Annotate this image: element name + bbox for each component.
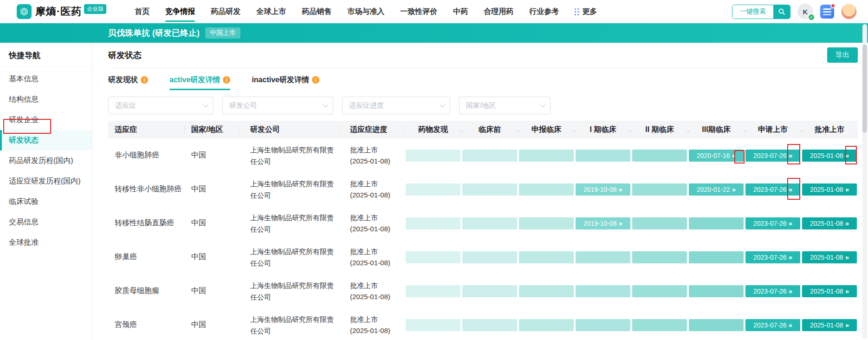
history-expand-icon[interactable]: » (845, 321, 849, 328)
nav-item-more[interactable]: 更多 (567, 0, 605, 23)
sidebar-item-deal-info[interactable]: 交易信息 (0, 212, 92, 232)
nav-item-industry-ref[interactable]: 行业参考 (521, 0, 567, 23)
scrollbar-thumb[interactable] (862, 45, 867, 133)
info-icon[interactable]: i (223, 76, 230, 84)
enterprise-badge: 企业版 (84, 4, 106, 14)
sidebar-item-basic-info[interactable]: 基本信息 (0, 69, 92, 89)
nav-item-home[interactable]: 首页 (127, 0, 157, 23)
stage-cell-4 (631, 319, 688, 331)
stage-bar (632, 251, 687, 263)
stage-bar-dated[interactable]: 2023-07-26» (745, 217, 800, 229)
col-header-stage-1: 临床前→ (461, 125, 518, 135)
progress-cell: 批准上市(2025-01-08) (340, 178, 405, 201)
stage-bar-dated[interactable]: 2019-10-08» (576, 183, 630, 196)
stage-date-label: 2023-07-26 (753, 220, 787, 227)
stage-bar-dated[interactable]: 2020-07-16» (689, 150, 744, 162)
history-expand-icon[interactable]: » (732, 186, 736, 193)
nav-item-drug-rd[interactable]: 药品研发 (203, 0, 248, 23)
indication-cell: 宫颈癌 (108, 320, 185, 330)
progress-stage-label: 批准上市 (350, 178, 405, 190)
col-header-stage-6: 申请上市→ (745, 125, 801, 135)
nav-item-label: 市场与准入 (347, 7, 384, 17)
stage-date-label: 2023-07-26 (753, 152, 787, 159)
history-expand-icon[interactable]: » (845, 220, 849, 227)
stage-bar (406, 319, 460, 331)
stage-bar-dated[interactable]: 2020-01-22» (689, 183, 744, 196)
section-title: 研发状态 (108, 50, 142, 61)
message-doc-icon[interactable] (820, 5, 834, 19)
stage-bar-dated[interactable]: 2019-10-08» (576, 217, 630, 229)
customer-service-icon[interactable]: K ✓ (797, 4, 813, 20)
tab-rd-current[interactable]: 研发现状i (108, 68, 148, 92)
history-expand-icon[interactable]: » (789, 152, 792, 159)
progress-date-label: (2025-01-08) (350, 156, 405, 167)
nav-item-market-access[interactable]: 市场与准入 (339, 0, 392, 23)
tab-inactive-rd-detail[interactable]: inactive研发详情i (252, 68, 319, 92)
verified-check-icon: ✓ (808, 13, 815, 21)
nav-item-competitive-intel[interactable]: 竞争情报 (157, 0, 203, 23)
sidebar-item-rd-companies[interactable]: 研发企业 (0, 110, 92, 130)
history-expand-icon[interactable]: » (845, 288, 849, 294)
stage-bar (689, 217, 744, 229)
stage-cell-6: 2023-07-26» (745, 217, 801, 229)
filter-rd-company[interactable]: 研发公司 (222, 97, 333, 114)
stage-bar-dated[interactable]: 2023-07-26» (745, 150, 800, 162)
detail-tabs: 研发现状iactive研发详情iinactive研发详情i (108, 68, 858, 92)
history-expand-icon[interactable]: » (789, 288, 792, 294)
history-expand-icon[interactable]: » (845, 152, 849, 159)
info-icon[interactable]: i (141, 76, 148, 84)
stage-bar-dated[interactable]: 2023-07-26» (745, 285, 800, 297)
sidebar-item-drug-rd-history-cn[interactable]: 药品研发历程(国内) (0, 150, 92, 171)
stage-arrow-icon: → (740, 126, 747, 134)
search-button[interactable] (773, 5, 790, 19)
stage-bar-dated[interactable]: 2025-01-08» (802, 183, 857, 196)
filter-indication[interactable]: 适应症 (108, 97, 214, 114)
history-expand-icon[interactable]: » (845, 186, 849, 193)
sidebar-item-clinical-trials[interactable]: 临床试验 (0, 191, 92, 212)
tab-active-rd-detail[interactable]: active研发详情i (169, 68, 230, 92)
quick-search[interactable]: 一键搜索 (732, 5, 790, 19)
stage-header-label: 药物发现 (418, 125, 448, 133)
stage-bar-dated[interactable]: 2025-01-08» (802, 251, 857, 263)
stage-bar (462, 319, 517, 331)
main-content: 研发状态 导出 研发现状iactive研发详情iinactive研发详情i 适应… (92, 43, 868, 340)
history-expand-icon[interactable]: » (619, 186, 622, 193)
notification-dot (830, 3, 836, 8)
sidebar-item-indication-rd-history-cn[interactable]: 适应症研发历程(国内) (0, 171, 92, 191)
nav-item-consistency-eval[interactable]: 一致性评价 (392, 0, 445, 23)
nav-item-drug-sales[interactable]: 药品销售 (294, 0, 339, 23)
vertical-scrollbar[interactable] (862, 24, 867, 339)
stage-date-label: 2025-01-08 (810, 152, 843, 159)
nav-item-rational-use[interactable]: 合理用药 (476, 0, 521, 23)
sidebar-item-rd-status[interactable]: 研发状态 (0, 130, 92, 150)
stage-bar-dated[interactable]: 2025-01-08» (802, 319, 857, 331)
stage-cell-3: 2019-10-08» (575, 217, 631, 229)
stage-bar-dated[interactable]: 2025-01-08» (802, 285, 857, 297)
nav-item-tcm[interactable]: 中药 (445, 0, 476, 23)
stage-bar-dated[interactable]: 2023-07-26» (745, 183, 800, 196)
app-logo[interactable]: 摩熵·医药 企业版 (17, 3, 106, 20)
history-expand-icon[interactable]: » (789, 321, 792, 328)
filter-region[interactable]: 国家/地区 (459, 97, 551, 114)
history-expand-icon[interactable]: » (619, 220, 622, 227)
indication-cell: 卵巢癌 (108, 252, 185, 262)
sidebar-item-global-approval[interactable]: 全球批准 (0, 232, 92, 253)
stage-arrow-icon: → (684, 126, 691, 134)
history-expand-icon[interactable]: » (789, 186, 792, 193)
history-expand-icon[interactable]: » (789, 220, 792, 227)
export-button[interactable]: 导出 (827, 47, 858, 63)
stage-bar-dated[interactable]: 2025-01-08» (802, 150, 857, 162)
stage-date-label: 2023-07-26 (753, 186, 787, 193)
stage-bar-dated[interactable]: 2025-01-08» (802, 217, 857, 229)
history-expand-icon[interactable]: » (789, 254, 792, 261)
info-icon[interactable]: i (312, 76, 319, 84)
history-expand-icon[interactable]: » (732, 152, 736, 159)
stage-header-label: III期临床 (702, 125, 730, 133)
nav-item-global-launch[interactable]: 全球上市 (248, 0, 294, 23)
user-avatar[interactable] (841, 4, 857, 20)
filter-indication-progress[interactable]: 适应症进度 (342, 97, 450, 114)
sidebar-item-structure-info[interactable]: 结构信息 (0, 89, 92, 110)
stage-bar-dated[interactable]: 2023-07-26» (745, 251, 800, 263)
stage-bar-dated[interactable]: 2023-07-26» (745, 319, 800, 331)
history-expand-icon[interactable]: » (845, 254, 849, 261)
